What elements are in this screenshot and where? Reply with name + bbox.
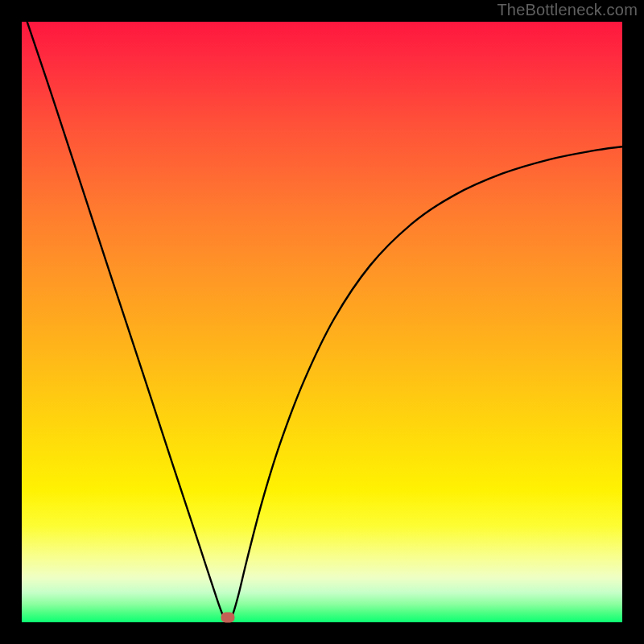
optimum-marker: [221, 613, 234, 623]
bottleneck-curve: [22, 22, 622, 622]
chart-plot-area: [22, 22, 622, 622]
watermark-text: TheBottleneck.com: [497, 1, 638, 19]
